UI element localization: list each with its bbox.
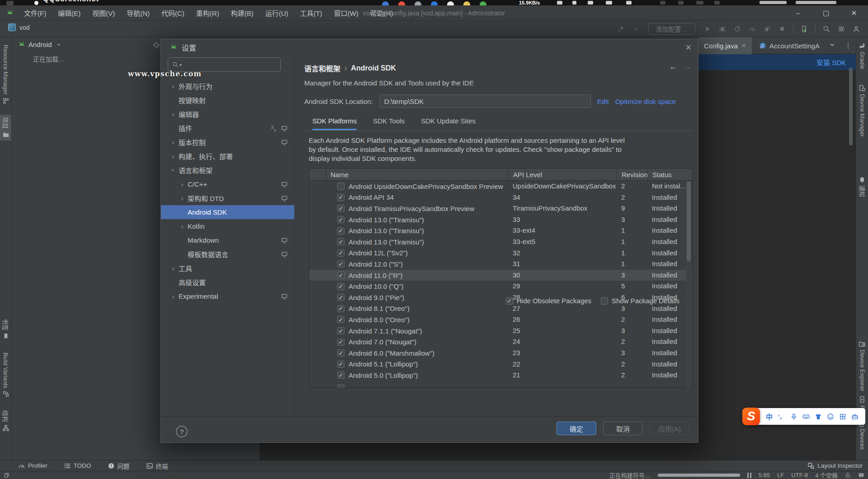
optimize-disk-space-link[interactable]: Optimize disk space <box>615 98 676 105</box>
checkbox-checked-icon[interactable]: ✓ <box>337 327 344 334</box>
notification-balloon-icon[interactable] <box>858 472 864 479</box>
column-header-name[interactable]: Name <box>326 169 508 180</box>
editor-scrollbar[interactable] <box>849 68 853 146</box>
unlock-icon[interactable] <box>845 472 851 478</box>
checkbox-checked-icon[interactable]: ✓ <box>337 249 344 257</box>
bug-icon[interactable] <box>717 23 728 34</box>
checkbox-checked-icon[interactable]: ✓ <box>337 361 344 368</box>
add-configuration-button[interactable]: 添加配置… <box>648 23 695 35</box>
chevron-expanded-icon[interactable]: › <box>170 167 177 174</box>
menu-item-8[interactable]: 工具(T) <box>294 5 328 21</box>
sdk-table-row[interactable]: ✓Android 8.0 ("Oreo")262Installed <box>309 314 692 325</box>
settings-tree-item-Experimental[interactable]: ›Experimental <box>161 289 294 303</box>
ime-skin-icon[interactable] <box>814 412 822 422</box>
tab-list-chevron-icon[interactable] <box>829 41 836 48</box>
settings-tree-item-构建、执行、部署[interactable]: ›构建、执行、部署 <box>161 149 294 163</box>
tool-window-button-resource-manager[interactable]: Resource Manager <box>0 42 11 107</box>
tool-window-button-终端[interactable]: 终端 <box>146 461 168 470</box>
coverage-icon[interactable] <box>732 23 743 34</box>
profiler-attach-icon[interactable] <box>762 23 773 34</box>
tool-window-button-device-explorer[interactable]: Device Explorer <box>856 338 868 394</box>
sdk-table-row[interactable]: ✓Android 7.1.1 ("Nougat")253Installed <box>309 325 692 337</box>
checkbox-checked-icon[interactable]: ✓ <box>337 205 344 212</box>
ok-button[interactable]: 确定 <box>557 422 596 435</box>
checkbox-checked-icon[interactable]: ✓ <box>337 316 344 323</box>
chevron-collapsed-icon[interactable]: › <box>170 152 176 160</box>
close-button[interactable]: ✕ <box>840 5 868 21</box>
menu-item-2[interactable]: 视图(V) <box>86 5 121 21</box>
chevron-collapsed-icon[interactable]: › <box>170 292 176 300</box>
sdk-table-row[interactable]: ✓Android 12L ("Sv2")321Installed <box>309 248 692 259</box>
checkbox-checked-icon[interactable]: ✓ <box>337 260 344 268</box>
sdk-table-row[interactable]: ✓Android 5.1 ("Lollipop")222Installed <box>309 359 692 370</box>
settings-tree-item-模板数据语言[interactable]: 模板数据语言 <box>161 247 294 261</box>
sdk-table-row[interactable]: ✓Android 12.0 ("S")311Installed <box>309 258 692 270</box>
settings-tree-item-语言和框架[interactable]: ›语言和框架 <box>161 163 294 177</box>
sdk-table-row[interactable]: ✓Android 11.0 ("R")303Installed <box>309 270 692 281</box>
sdk-table-row[interactable]: Android UpsideDownCakePrivacySandbox Pre… <box>309 181 692 192</box>
tool-window-button-项目[interactable]: 项目 <box>0 115 11 141</box>
sdk-table-row[interactable]: ✓Android API 34342Installed <box>309 192 692 203</box>
file-encoding[interactable]: UTF-8 <box>791 472 808 479</box>
settings-tree-item-架构和-DTD[interactable]: ›架构和 DTD <box>161 191 294 205</box>
ime-punctuation-icon[interactable]: ’， <box>777 412 786 422</box>
apply-button[interactable]: 应用(A) <box>650 422 689 435</box>
play-icon[interactable] <box>702 23 713 34</box>
tab-options-kebab-icon[interactable]: ⋮ <box>844 41 852 50</box>
profiler-gauge-icon[interactable] <box>747 23 758 34</box>
tool-window-button-通知[interactable]: 通知 <box>856 174 868 199</box>
hide-obsolete-checkbox[interactable]: ✓ Hide Obsolete Packages <box>506 297 591 305</box>
menu-item-4[interactable]: 代码(C) <box>156 5 190 21</box>
tool-window-button-todo[interactable]: TODO <box>64 462 91 470</box>
column-header-revision[interactable]: Revision <box>617 169 647 180</box>
ime-keyboard-icon[interactable] <box>802 412 810 422</box>
checkbox-checked-icon[interactable]: ✓ <box>337 305 344 312</box>
line-ending[interactable]: LF <box>777 472 784 479</box>
column-header-api-level[interactable]: API Level <box>508 169 617 180</box>
settings-tree-item-高级设置[interactable]: 高级设置 <box>161 275 294 289</box>
tool-window-button-gradle[interactable]: Gradle <box>856 40 868 71</box>
minimize-button[interactable]: − <box>784 5 812 21</box>
column-header-status[interactable]: Status <box>647 169 687 180</box>
close-tab-icon[interactable]: ✕ <box>741 42 746 49</box>
chevron-collapsed-icon[interactable]: › <box>170 138 176 146</box>
forward-arrow-icon[interactable]: → <box>684 62 692 71</box>
chevron-collapsed-icon[interactable]: › <box>170 110 176 118</box>
search-icon[interactable] <box>821 23 832 34</box>
settings-tree-item-Markdown[interactable]: Markdown <box>161 233 294 247</box>
maximize-button[interactable]: ▢ <box>812 5 840 21</box>
tool-window-button-build-variants[interactable]: Build Variants <box>0 350 11 400</box>
pause-icon[interactable] <box>747 473 751 478</box>
settings-tree-item-插件[interactable]: 插件文A <box>161 121 294 135</box>
chevron-collapsed-icon[interactable]: › <box>179 194 185 202</box>
tool-window-options-icon[interactable] <box>153 42 160 49</box>
ime-emoji-icon[interactable] <box>826 412 835 422</box>
settings-tree-item-C/C++[interactable]: ›C/C++ <box>161 177 294 191</box>
checkbox-checked-icon[interactable]: ✓ <box>337 227 344 235</box>
menu-item-9[interactable]: 窗口(W) <box>328 5 364 21</box>
checkbox-checked-icon[interactable]: ✓ <box>337 338 344 346</box>
menu-item-6[interactable]: 构建(B) <box>225 5 259 21</box>
back-arrow-icon[interactable]: ← <box>669 62 677 71</box>
sdk-table-row[interactable]: ✓Android 13.0 ("Tiramisu")33-ext51Instal… <box>309 236 692 248</box>
sogou-logo-icon[interactable]: S <box>742 408 760 425</box>
tool-window-button-layout-inspector[interactable]: Layout Inspector <box>807 462 863 470</box>
checkbox-checked-icon[interactable]: ✓ <box>337 238 344 245</box>
help-button[interactable]: ? <box>176 426 188 437</box>
settings-tree-item-工具[interactable]: ›工具 <box>161 261 294 275</box>
stop-icon[interactable] <box>777 23 788 34</box>
ime-handwriting-icon[interactable] <box>838 412 847 422</box>
checkbox-checked-icon[interactable]: ✓ <box>337 371 344 379</box>
settings-tree-item-Android-SDK[interactable]: Android SDK <box>161 205 294 219</box>
sdk-table-row[interactable]: ✓Android 10.0 ("Q")295Installed <box>309 281 692 292</box>
checkbox-checked-icon[interactable]: ✓ <box>337 272 344 279</box>
menu-item-7[interactable]: 运行(U) <box>259 5 294 21</box>
sdk-table-row[interactable]: ✓Android 5.0 ("Lollipop")212Installed <box>309 370 692 381</box>
tool-window-button-问题[interactable]: 问题 <box>108 461 130 470</box>
sdk-table-row[interactable]: ✓Android TiramisuPrivacySandbox PreviewT… <box>309 203 692 214</box>
chevron-collapsed-icon[interactable]: › <box>170 264 176 272</box>
checkbox-checked-icon[interactable]: ✓ <box>337 294 344 301</box>
menu-item-0[interactable]: 文件(F) <box>18 5 52 21</box>
checkbox-unchecked-icon[interactable] <box>337 183 344 190</box>
menu-item-3[interactable]: 导航(N) <box>121 5 156 21</box>
